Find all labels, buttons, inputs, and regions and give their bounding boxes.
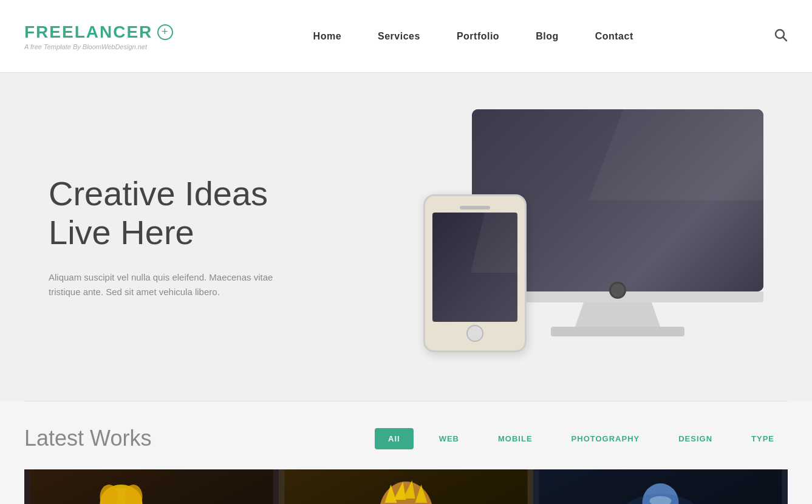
phone-home-button [466, 325, 483, 342]
svg-rect-10 [30, 469, 273, 504]
portfolio-item-2[interactable] [279, 469, 533, 504]
filter-buttons: All WEB MOBILE PHOTOGRAPHY DESIGN TYPE [375, 428, 788, 449]
logo-area: FREELANCER + A free Template By BloomWeb… [24, 22, 173, 50]
logo-subtitle: A free Template By BloomWebDesign.net [24, 43, 173, 50]
svg-line-1 [783, 37, 786, 41]
portfolio-item-1[interactable] [24, 469, 279, 504]
svg-rect-32 [539, 469, 782, 504]
logo-title[interactable]: FREELANCER + [24, 22, 173, 42]
latest-works-title: Latest Works [24, 426, 151, 451]
nav-item-blog[interactable]: Blog [536, 31, 559, 42]
logo-text: FREELANCER [24, 22, 152, 42]
hero-description: Aliquam suscipit vel nulla quis eleifend… [49, 270, 304, 299]
monitor-button [609, 282, 626, 299]
monitor-stand [575, 302, 660, 327]
portfolio-grid [24, 469, 788, 504]
site-header: FREELANCER + A free Template By BloomWeb… [0, 0, 812, 73]
nav-item-home[interactable]: Home [313, 31, 341, 42]
hero-title: Creative Ideas Live Here [49, 174, 304, 253]
filter-photography[interactable]: PHOTOGRAPHY [558, 428, 653, 449]
main-nav: Home Services Portfolio Blog Contact [313, 31, 633, 42]
filter-design[interactable]: DESIGN [665, 428, 726, 449]
nav-item-contact[interactable]: Contact [595, 31, 633, 42]
filter-all[interactable]: All [375, 428, 414, 449]
phone-screen [432, 213, 517, 322]
portfolio-item-2-bg [279, 469, 533, 504]
portfolio-item-1-bg [24, 469, 279, 504]
phone-illustration [423, 194, 527, 352]
phone-speaker [460, 206, 490, 209]
logo-plus-icon: + [157, 24, 173, 40]
filter-web[interactable]: WEB [426, 428, 473, 449]
svg-rect-22 [285, 469, 528, 504]
monitor-base [551, 327, 684, 336]
hero-device-illustration [411, 109, 763, 364]
latest-works-section: Latest Works All WEB MOBILE PHOTOGRAPHY … [0, 401, 812, 504]
hero-section: Creative Ideas Live Here Aliquam suscipi… [0, 73, 812, 401]
latest-works-header: Latest Works All WEB MOBILE PHOTOGRAPHY … [24, 426, 788, 451]
search-icon[interactable] [773, 27, 788, 46]
portfolio-item-3-bg [533, 469, 788, 504]
filter-mobile[interactable]: MOBILE [485, 428, 546, 449]
portfolio-item-3[interactable] [533, 469, 788, 504]
nav-item-portfolio[interactable]: Portfolio [457, 31, 499, 42]
nav-item-services[interactable]: Services [378, 31, 420, 42]
filter-type[interactable]: TYPE [738, 428, 788, 449]
hero-text: Creative Ideas Live Here Aliquam suscipi… [49, 174, 304, 300]
